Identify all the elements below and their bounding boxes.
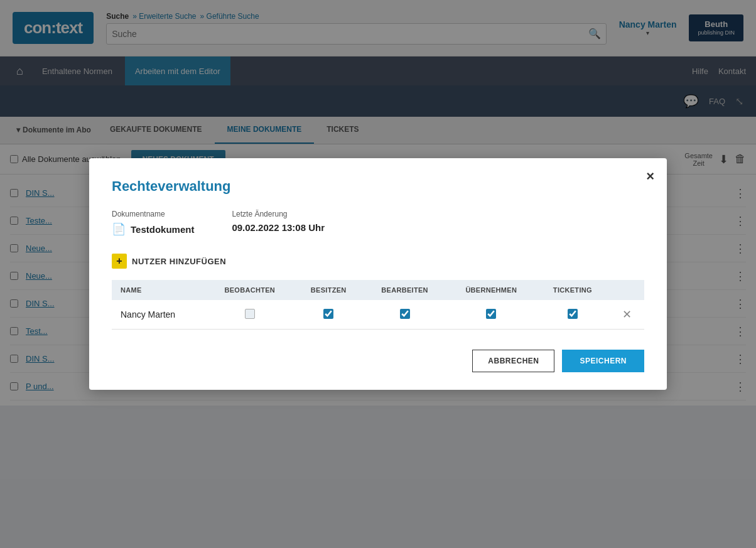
doc-name-value: 📄 Testdokument <box>112 222 194 236</box>
table-row: Nancy Marten <box>112 300 644 330</box>
ticketing-checkbox[interactable] <box>568 309 578 319</box>
save-button[interactable]: SPEICHERN <box>562 350 644 372</box>
modal-overlay: Rechteverwaltung × Dokumentname 📄 Testdo… <box>0 0 756 548</box>
cancel-button[interactable]: ABBRECHEN <box>472 350 554 372</box>
add-user-row[interactable]: + Nutzer hinzufügen <box>112 254 644 269</box>
bearbeiten-checkbox[interactable] <box>400 309 410 319</box>
add-user-label: Nutzer hinzufügen <box>132 257 226 266</box>
document-icon: 📄 <box>112 222 126 236</box>
beobachten-cell <box>205 300 294 330</box>
permissions-table: NAME BEOBACHTEN BESITZEN BEARBEITEN ÜBER… <box>112 280 644 330</box>
col-header-beobachten: BEOBACHTEN <box>205 280 294 300</box>
close-button[interactable]: × <box>646 168 654 185</box>
beobachten-checkbox-disabled <box>245 309 255 319</box>
col-header-name: NAME <box>112 280 205 300</box>
doc-name-label: Dokumentname <box>112 210 194 218</box>
col-header-ticketing: TICKETING <box>536 280 610 300</box>
uebernehmen-cell[interactable] <box>446 300 536 330</box>
last-change-col: Letzte Änderung 09.02.2022 13:08 Uhr <box>232 210 325 236</box>
besitzen-checkbox[interactable] <box>323 309 333 319</box>
delete-row-cell[interactable]: ✕ <box>609 300 644 330</box>
modal: Rechteverwaltung × Dokumentname 📄 Testdo… <box>89 158 667 390</box>
col-header-bearbeiten: BEARBEITEN <box>363 280 446 300</box>
bearbeiten-cell[interactable] <box>363 300 446 330</box>
add-user-plus-icon: + <box>112 254 127 269</box>
uebernehmen-checkbox[interactable] <box>486 309 496 319</box>
last-change-label: Letzte Änderung <box>232 210 325 218</box>
besitzen-cell[interactable] <box>294 300 363 330</box>
delete-row-button[interactable]: ✕ <box>622 308 632 321</box>
user-name-cell: Nancy Marten <box>112 300 205 330</box>
doc-name-col: Dokumentname 📄 Testdokument <box>112 210 194 236</box>
col-header-besitzen: BESITZEN <box>294 280 363 300</box>
col-header-uebernehmen: ÜBERNEHMEN <box>446 280 536 300</box>
last-change-value: 09.02.2022 13:08 Uhr <box>232 222 325 233</box>
col-header-actions <box>609 280 644 300</box>
modal-title: Rechteverwaltung <box>112 178 644 195</box>
ticketing-cell[interactable] <box>536 300 610 330</box>
modal-meta: Dokumentname 📄 Testdokument Letzte Änder… <box>112 210 644 236</box>
modal-footer: ABBRECHEN SPEICHERN <box>112 350 644 372</box>
doc-name-text: Testdokument <box>131 224 194 235</box>
